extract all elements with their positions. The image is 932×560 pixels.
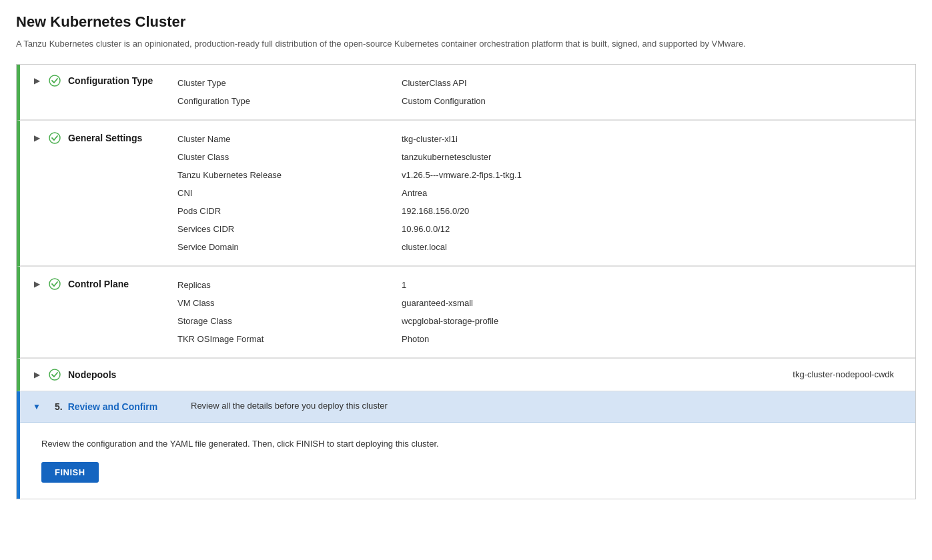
field-label-storage-class: Storage Class	[177, 312, 391, 330]
field-group-configuration-type: Cluster Type ClusterClass API Configurat…	[177, 74, 905, 110]
field-label-pods-cidr: Pods CIDR	[177, 202, 391, 220]
section-title-control-plane: Control Plane	[68, 279, 129, 289]
field-value-pods-cidr: 192.168.156.0/20	[391, 202, 905, 220]
section-control-plane: ▶ Control Plane Replicas 1 VM Class guar…	[17, 267, 915, 359]
field-label-tkr-osimage: TKR OSImage Format	[177, 330, 391, 348]
section-title-review: Review and Confirm	[68, 401, 158, 412]
field-value-vm-class: guaranteed-xsmall	[391, 294, 905, 312]
field-row: Cluster Class tanzukubernetescluster	[177, 148, 905, 166]
field-label-service-domain: Service Domain	[177, 238, 391, 256]
chevron-right-icon: ▶	[31, 132, 43, 144]
review-description: Review all the details before you deploy…	[177, 401, 388, 411]
field-value-cni: Antrea	[391, 184, 905, 202]
section-title-configuration-type: Configuration Type	[68, 75, 153, 86]
section-nodepools: ▶ Nodepools tkg-cluster-nodepool-cwdk	[17, 359, 915, 391]
field-label-configuration-type: Configuration Type	[177, 92, 391, 110]
field-label-vm-class: VM Class	[177, 294, 391, 312]
field-value-cluster-class: tanzukubernetescluster	[391, 148, 905, 166]
field-row: Cluster Name tkg-cluster-xl1i	[177, 130, 905, 148]
field-value-tkr-osimage: Photon	[391, 330, 905, 348]
section-general-settings: ▶ General Settings Cluster Name tkg-clus…	[17, 121, 915, 267]
section-header-general-settings[interactable]: ▶ General Settings Cluster Name tkg-clus…	[20, 121, 915, 266]
page-subtitle: A Tanzu Kubernetes cluster is an opinion…	[16, 37, 916, 51]
field-row: Replicas 1	[177, 276, 905, 294]
field-value-cluster-name: tkg-cluster-xl1i	[391, 130, 905, 148]
field-label-tkr: Tanzu Kubernetes Release	[177, 166, 391, 184]
field-value-service-domain: cluster.local	[391, 238, 905, 256]
section-review-confirm: ▼ 5. Review and Confirm Review all the d…	[17, 391, 915, 499]
section-title-nodepools: Nodepools	[68, 369, 116, 380]
section-header-configuration-type[interactable]: ▶ Configuration Type Cluster Type Cluste…	[20, 65, 915, 120]
section-header-review-confirm[interactable]: ▼ 5. Review and Confirm Review all the d…	[20, 391, 915, 423]
field-value-storage-class: wcpglobal-storage-profile	[391, 312, 905, 330]
field-label-replicas: Replicas	[177, 276, 391, 294]
review-body: Review the configuration and the YAML fi…	[20, 423, 915, 499]
chevron-right-icon: ▶	[31, 369, 43, 381]
field-row: CNI Antrea	[177, 184, 905, 202]
chevron-down-icon: ▼	[31, 401, 43, 413]
section-header-control-plane[interactable]: ▶ Control Plane Replicas 1 VM Class guar…	[20, 267, 915, 358]
chevron-right-icon: ▶	[31, 278, 43, 290]
accordion-container: ▶ Configuration Type Cluster Type Cluste…	[16, 64, 916, 499]
field-group-control-plane: Replicas 1 VM Class guaranteed-xsmall St…	[177, 276, 905, 348]
check-icon-general-settings	[48, 131, 61, 145]
page-title: New Kubernetes Cluster	[16, 13, 916, 31]
field-row: Services CIDR 10.96.0.0/12	[177, 220, 905, 238]
field-value-services-cidr: 10.96.0.0/12	[391, 220, 905, 238]
field-label-services-cidr: Services CIDR	[177, 220, 391, 238]
field-label-cluster-name: Cluster Name	[177, 130, 391, 148]
section-header-nodepools[interactable]: ▶ Nodepools tkg-cluster-nodepool-cwdk	[20, 359, 915, 391]
field-value-replicas: 1	[391, 276, 905, 294]
field-row: VM Class guaranteed-xsmall	[177, 294, 905, 312]
field-label-cni: CNI	[177, 184, 391, 202]
field-label-cluster-class: Cluster Class	[177, 148, 391, 166]
field-row: Tanzu Kubernetes Release v1.26.5---vmwar…	[177, 166, 905, 184]
field-group-general-settings: Cluster Name tkg-cluster-xl1i Cluster Cl…	[177, 130, 905, 256]
field-value-cluster-type: ClusterClass API	[391, 74, 905, 92]
svg-point-1	[49, 133, 60, 143]
review-step-number: 5.	[55, 401, 63, 412]
field-row: Configuration Type Custom Configuration	[177, 92, 905, 110]
nodepool-value: tkg-cluster-nodepool-cwdk	[793, 369, 905, 379]
field-row: Storage Class wcpglobal-storage-profile	[177, 312, 905, 330]
check-icon-control-plane	[48, 277, 61, 291]
check-icon-configuration-type	[48, 74, 61, 87]
field-label-cluster-type: Cluster Type	[177, 74, 391, 92]
chevron-right-icon: ▶	[31, 75, 43, 87]
field-value-tkr: v1.26.5---vmware.2-fips.1-tkg.1	[391, 166, 905, 184]
svg-point-3	[49, 369, 60, 380]
field-row: TKR OSImage Format Photon	[177, 330, 905, 348]
finish-button[interactable]: FINISH	[41, 462, 99, 483]
svg-point-2	[49, 279, 60, 289]
field-value-configuration-type: Custom Configuration	[391, 92, 905, 110]
field-row: Service Domain cluster.local	[177, 238, 905, 256]
check-icon-nodepools	[48, 368, 61, 381]
field-row: Pods CIDR 192.168.156.0/20	[177, 202, 905, 220]
svg-point-0	[49, 75, 60, 86]
section-title-general-settings: General Settings	[68, 133, 142, 143]
review-body-text: Review the configuration and the YAML fi…	[41, 439, 894, 449]
field-row: Cluster Type ClusterClass API	[177, 74, 905, 92]
section-configuration-type: ▶ Configuration Type Cluster Type Cluste…	[17, 65, 915, 121]
